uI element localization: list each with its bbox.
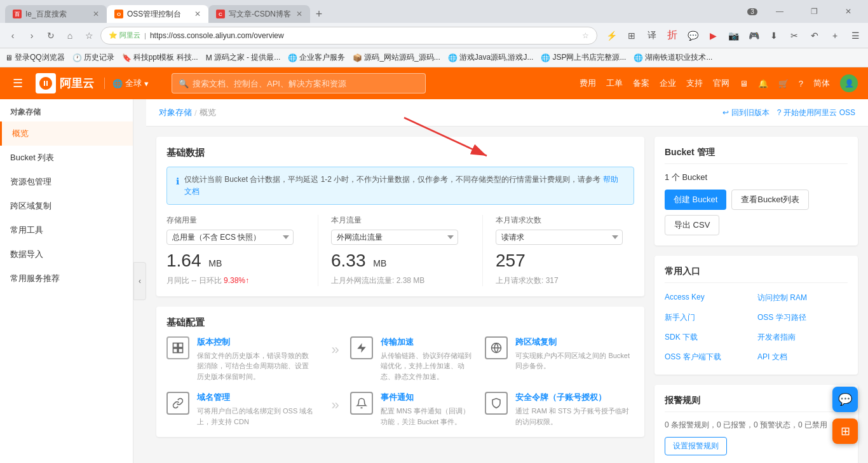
window-close-button[interactable]: ✕: [834, 3, 863, 20]
window-restore-button[interactable]: ❐: [799, 3, 829, 20]
view-bucket-list-button[interactable]: 查看Bucket列表: [731, 190, 809, 210]
bookmark-qq[interactable]: 🖥 登录QQ浏览器: [5, 52, 65, 63]
aliyun-logo[interactable]: 阿里云: [36, 73, 94, 93]
new-tab-button[interactable]: +: [310, 5, 328, 23]
quick-link-dev-guide[interactable]: 开发者指南: [757, 330, 848, 345]
bookmark-yuanma[interactable]: M 源码之家 - 提供最...: [206, 52, 281, 63]
quick-link-beginner[interactable]: 新手入门: [665, 310, 755, 325]
bookmark-hunan[interactable]: 🌐 湖南铁道职业技术...: [634, 52, 712, 63]
apps-float-button[interactable]: ⊞: [832, 418, 858, 444]
language-button[interactable]: 简体: [813, 78, 830, 89]
version-control-name[interactable]: 版本控制: [197, 336, 316, 348]
sidebar-item-data-import[interactable]: 数据导入: [0, 242, 133, 266]
tab-close-oss[interactable]: ✕: [194, 10, 201, 18]
apps-icon[interactable]: ⊞: [624, 28, 639, 43]
discount-icon[interactable]: 折: [665, 28, 680, 43]
sidebar-item-recommend[interactable]: 常用服务推荐: [0, 266, 133, 291]
question-icon-button[interactable]: ?: [799, 79, 803, 88]
sidebar-item-bucket-list[interactable]: Bucket 列表: [0, 146, 133, 170]
version-control-desc: 保留文件的历史版本，错误导致的数据消除，可结合生命周期功能、设置历史版本保留时间…: [197, 350, 316, 382]
svg-rect-5: [179, 349, 183, 353]
region-selector[interactable]: 🌐 全球 ▾: [104, 78, 149, 89]
nav-support-button[interactable]: 支持: [686, 78, 703, 89]
domain-mgmt-icon: [166, 392, 189, 415]
domain-mgmt-name[interactable]: 域名管理: [197, 392, 316, 403]
forward-button[interactable]: ›: [24, 28, 39, 43]
sidebar-item-tools[interactable]: 常用工具: [0, 218, 133, 242]
lightning-icon[interactable]: ⚡: [604, 28, 619, 43]
cross-region-rep-name[interactable]: 跨区域复制: [515, 336, 634, 348]
nav-fee-button[interactable]: 费用: [580, 78, 596, 89]
set-alert-rules-button[interactable]: 设置报警规则: [665, 437, 727, 455]
event-notify-name[interactable]: 事件通知: [381, 392, 475, 403]
search-input[interactable]: [193, 79, 419, 88]
security-token-name[interactable]: 安全令牌（子账号授权）: [515, 392, 634, 403]
back-button[interactable]: ‹: [5, 28, 20, 43]
bookmark-history[interactable]: 🕐 历史记录: [72, 52, 114, 63]
tab-close-baidu[interactable]: ✕: [93, 10, 99, 18]
wechat-icon[interactable]: 💬: [685, 28, 700, 43]
quick-access-card: 常用入口 Access Key 访问控制 RAM 新手入门 OSS 学习路径 S…: [654, 256, 858, 375]
address-star-icon[interactable]: ☆: [582, 31, 589, 40]
browser-chrome: 百 Ie_百度搜索 ✕ O OSS管理控制台 ✕ C 写文章-CSDN博客 ✕ …: [0, 0, 868, 67]
nav-enterprise-button[interactable]: 企业: [660, 78, 676, 89]
window-minimize-button[interactable]: —: [765, 3, 794, 20]
hamburger-menu-button[interactable]: ☰: [10, 74, 25, 93]
global-search-bar[interactable]: 🔍: [172, 73, 426, 93]
start-using-oss-button[interactable]: ? 开始使用阿里云 OSS: [777, 107, 855, 118]
cart-icon-button[interactable]: 🛒: [778, 79, 789, 88]
nav-record-button[interactable]: 备案: [633, 78, 649, 89]
sidebar-collapse-button[interactable]: ‹: [133, 262, 146, 300]
app-container: ☰ 阿里云 🌐 全球 ▾ 🔍 费用 工单 备案 企业 支持 官网 🖥: [0, 67, 868, 463]
quick-link-sdk[interactable]: SDK 下载: [665, 330, 755, 345]
bookmark-ppt[interactable]: 🔖 科技ppt模板 科技...: [122, 52, 198, 63]
config-grid: 版本控制 保留文件的历史版本，错误导致的数据消除，可结合生命周期功能、设置历史版…: [166, 336, 634, 427]
quick-link-client[interactable]: OSS 客户端下载: [665, 350, 755, 364]
screenshot-icon[interactable]: 📷: [726, 28, 741, 43]
bell-icon-button[interactable]: 🔔: [758, 79, 768, 88]
sidebar-item-resource-mgmt[interactable]: 资源包管理: [0, 170, 133, 194]
traffic-select[interactable]: 外网流出流量外网流入流量CDN回源流量: [331, 230, 458, 245]
browser-tab-baidu[interactable]: 百 Ie_百度搜索 ✕: [5, 5, 107, 23]
bookmark-button[interactable]: ☆: [81, 28, 97, 43]
breadcrumb-storage-link[interactable]: 对象存储: [159, 107, 192, 118]
monitor-icon-button[interactable]: 🖥: [740, 79, 748, 88]
cut-icon[interactable]: ✂: [787, 28, 802, 43]
menu-icon[interactable]: ☰: [848, 28, 863, 43]
quick-link-ram[interactable]: 访问控制 RAM: [757, 291, 848, 305]
sidebar-item-cross-region[interactable]: 跨区域复制: [0, 194, 133, 218]
storage-select[interactable]: 总用量（不含 ECS 快照）标准存储低频存储归档存储: [166, 230, 294, 245]
bookmark-game[interactable]: 🌐 游戏Java源码,游戏J...: [448, 52, 534, 63]
bookmark-sourcecode[interactable]: 📦 源码_网站源码_源码...: [353, 52, 440, 63]
sidebar-section-title: 对象存储: [0, 99, 133, 121]
nav-official-button[interactable]: 官网: [713, 78, 729, 89]
undo-icon[interactable]: ↶: [807, 28, 822, 43]
quick-link-api[interactable]: API 文档: [757, 350, 848, 364]
address-bar[interactable]: ⭐ 阿里云 | https://oss.console.aliyun.com/o…: [100, 27, 597, 45]
add-tab-icon[interactable]: +: [827, 28, 843, 43]
video-icon[interactable]: ▶: [705, 28, 721, 43]
quick-link-oss-path[interactable]: OSS 学习路径: [757, 310, 848, 325]
quick-link-access-key[interactable]: Access Key: [665, 291, 755, 305]
sidebar-item-overview[interactable]: 概览: [0, 121, 133, 146]
transfer-accel-name[interactable]: 传输加速: [381, 336, 475, 348]
browser-tab-csdn[interactable]: C 写文章-CSDN博客 ✕: [208, 5, 310, 23]
requests-select[interactable]: 读请求写请求: [496, 230, 623, 245]
refresh-button[interactable]: ↻: [43, 28, 58, 43]
chat-float-button[interactable]: 💬: [832, 387, 858, 412]
export-csv-button[interactable]: 导出 CSV: [665, 215, 719, 235]
game-icon[interactable]: 🎮: [746, 28, 761, 43]
config-arrow-1: »: [326, 336, 345, 358]
create-bucket-button[interactable]: 创建 Bucket: [665, 190, 726, 210]
user-avatar[interactable]: 👤: [840, 74, 858, 92]
translate-icon[interactable]: 译: [644, 28, 660, 43]
home-button[interactable]: ⌂: [62, 28, 78, 43]
download-icon[interactable]: ⬇: [766, 28, 782, 43]
browser-tab-oss[interactable]: O OSS管理控制台 ✕: [107, 5, 208, 23]
tab-close-csdn[interactable]: ✕: [296, 10, 302, 18]
requests-stat: 本月请求次数 读请求写请求 257 上月请求次数: 317: [496, 215, 634, 286]
nav-ticket-button[interactable]: 工单: [606, 78, 623, 89]
back-to-old-version-button[interactable]: ↩ 回到旧版本: [722, 107, 770, 118]
bookmark-enterprise[interactable]: 🌐 企业客户服务: [288, 52, 345, 63]
bookmark-jsp[interactable]: 🌐 JSP网上书店完整源...: [541, 52, 626, 63]
